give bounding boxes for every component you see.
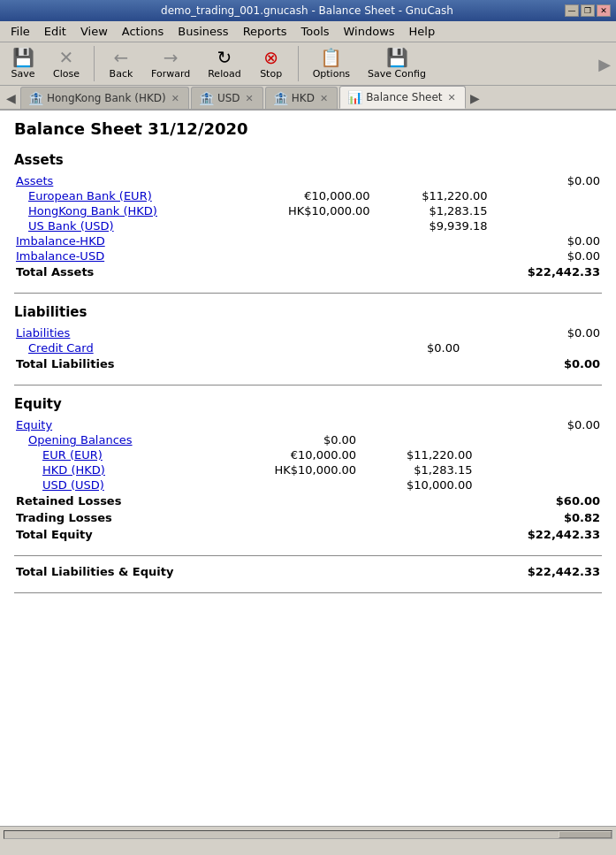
assets-section-header: Assets xyxy=(14,152,602,168)
equity-link[interactable]: Equity xyxy=(16,418,52,431)
hkd-hkd-amount1: HK$10,000.00 xyxy=(215,462,358,477)
menu-tools[interactable]: Tools xyxy=(294,23,337,40)
toolbar-separator-1 xyxy=(94,46,95,81)
tab-hkd-icon: 🏦 xyxy=(28,91,43,105)
options-icon: 📋 xyxy=(320,49,342,66)
menu-bar: File Edit View Actions Business Reports … xyxy=(0,21,616,42)
credit-card-row: Credit Card $0.00 xyxy=(14,340,602,355)
assets-divider-line xyxy=(14,293,602,294)
us-bank-link[interactable]: US Bank (USD) xyxy=(28,219,114,233)
hkd-hkd-cell: HKD (HKD) xyxy=(14,462,215,477)
credit-card-cell: Credit Card xyxy=(14,340,344,355)
european-bank-link[interactable]: European Bank (EUR) xyxy=(28,189,152,202)
hk-bank-cell: HongKong Bank (HKD) xyxy=(14,203,228,218)
save-button[interactable]: 💾 Save xyxy=(5,47,41,81)
scrollbar-track[interactable] xyxy=(4,830,612,839)
opening-balances-amount: $0.00 xyxy=(215,432,358,447)
menu-edit[interactable]: Edit xyxy=(37,23,73,40)
hkd-hkd-amount2: $1,283.15 xyxy=(358,462,474,477)
liabilities-link[interactable]: Liabilities xyxy=(16,326,70,340)
forward-button[interactable]: → Forward xyxy=(146,47,195,81)
scrollbar-thumb[interactable] xyxy=(559,831,612,838)
tab-bar: ◀ 🏦 HongKong Bank (HKD) ✕ 🏦 USD ✕ 🏦 HKD … xyxy=(0,86,616,111)
total-equity-row: Total Equity $22,442.33 xyxy=(14,526,602,543)
usd-usd-link[interactable]: USD (USD) xyxy=(42,478,104,492)
tab-usd[interactable]: 🏦 USD ✕ xyxy=(191,87,263,109)
retained-losses-value: $60.00 xyxy=(475,492,603,509)
stop-button[interactable]: ⊗ Stop xyxy=(254,47,289,81)
us-bank-amount1 xyxy=(228,218,371,233)
tab-hkd2[interactable]: 🏦 HKD ✕ xyxy=(265,87,338,109)
imbalance-hkd-link[interactable]: Imbalance-HKD xyxy=(16,234,105,248)
back-button[interactable]: ← Back xyxy=(103,47,139,81)
tab-balsheet-close[interactable]: ✕ xyxy=(446,92,458,103)
opening-balances-row: Opening Balances $0.00 xyxy=(14,432,602,447)
equity-section-header: Equity xyxy=(14,396,602,412)
credit-card-amount: $0.00 xyxy=(344,340,461,355)
total-liab-equity-label: Total Liabilities & Equity xyxy=(14,563,401,580)
total-assets-row: Total Assets $22,442.33 xyxy=(14,263,602,280)
menu-view[interactable]: View xyxy=(73,23,115,40)
eur-eur-amount2: $11,220.00 xyxy=(358,447,474,462)
us-bank-empty xyxy=(490,218,602,233)
tab-balsheet-label: Balance Sheet xyxy=(366,91,442,103)
retained-losses-label: Retained Losses xyxy=(14,492,215,509)
back-label: Back xyxy=(110,68,133,80)
maximize-button[interactable]: ❐ xyxy=(581,4,595,17)
toolbar-separator-2 xyxy=(298,46,299,81)
european-bank-empty xyxy=(490,188,602,203)
tab-balsheet[interactable]: 📊 Balance Sheet ✕ xyxy=(339,86,466,109)
reload-icon: ↻ xyxy=(217,49,232,66)
equity-link-row: Equity $0.00 xyxy=(14,417,602,432)
tab-hkd2-close[interactable]: ✕ xyxy=(318,93,330,104)
hkd-hkd-row: HKD (HKD) HK$10,000.00 $1,283.15 xyxy=(14,462,602,477)
equity-divider xyxy=(14,555,602,556)
menu-business[interactable]: Business xyxy=(171,23,235,40)
menu-windows[interactable]: Windows xyxy=(337,23,402,40)
imbalance-hkd-value: $0.00 xyxy=(490,233,602,248)
close-button[interactable]: ✕ xyxy=(597,4,611,17)
liabilities-divider xyxy=(14,385,602,386)
us-bank-cell: US Bank (USD) xyxy=(14,218,228,233)
menu-file[interactable]: File xyxy=(4,23,37,40)
tab-usd-icon: 🏦 xyxy=(199,91,214,105)
tab-hkd[interactable]: 🏦 HongKong Bank (HKD) ✕ xyxy=(20,87,189,109)
minimize-button[interactable]: — xyxy=(565,4,579,17)
tab-usd-close[interactable]: ✕ xyxy=(244,93,255,104)
european-bank-amount1: €10,000.00 xyxy=(228,188,371,203)
options-button[interactable]: 📋 Options xyxy=(308,47,355,81)
eur-eur-link[interactable]: EUR (EUR) xyxy=(42,448,103,462)
tab-next-button[interactable]: ▶ xyxy=(468,88,483,109)
report-title: Balance Sheet 31/12/2020 xyxy=(14,119,602,138)
us-bank-row: US Bank (USD) $9,939.18 xyxy=(14,218,602,233)
hk-bank-amount1: HK$10,000.00 xyxy=(228,203,371,218)
equity-table: Equity $0.00 Opening Balances $0.00 EUR … xyxy=(14,417,602,543)
tab-balsheet-icon: 📊 xyxy=(347,90,362,104)
assets-divider xyxy=(14,293,602,294)
assets-link[interactable]: Assets xyxy=(16,174,53,187)
hkd-hkd-link[interactable]: HKD (HKD) xyxy=(42,463,105,477)
liabilities-value: $0.00 xyxy=(473,325,602,340)
liabilities-link-cell: Liabilities xyxy=(14,325,344,340)
liabilities-divider-line xyxy=(14,385,602,386)
reload-button[interactable]: ↻ Reload xyxy=(202,47,246,81)
back-icon: ← xyxy=(114,49,129,66)
menu-reports[interactable]: Reports xyxy=(236,23,294,40)
close-icon: ✕ xyxy=(59,49,74,66)
close-toolbar-button[interactable]: ✕ Close xyxy=(48,47,85,81)
bottom-divider xyxy=(14,592,602,593)
eur-eur-cell: EUR (EUR) xyxy=(14,447,215,462)
tab-prev-button[interactable]: ◀ xyxy=(4,88,19,109)
bottom-divider-line xyxy=(14,592,602,593)
total-equity-value: $22,442.33 xyxy=(475,526,603,543)
tab-hkd-close[interactable]: ✕ xyxy=(170,93,181,104)
overflow-arrow[interactable]: ▶ xyxy=(598,55,611,73)
hk-bank-link[interactable]: HongKong Bank (HKD) xyxy=(28,204,157,218)
opening-balances-link[interactable]: Opening Balances xyxy=(28,433,133,447)
menu-help[interactable]: Help xyxy=(402,23,443,40)
hk-bank-row: HongKong Bank (HKD) HK$10,000.00 $1,283.… xyxy=(14,203,602,218)
menu-actions[interactable]: Actions xyxy=(115,23,171,40)
credit-card-link[interactable]: Credit Card xyxy=(28,341,94,355)
imbalance-usd-link[interactable]: Imbalance-USD xyxy=(16,249,104,263)
save-config-button[interactable]: 💾 Save Config xyxy=(362,47,431,81)
